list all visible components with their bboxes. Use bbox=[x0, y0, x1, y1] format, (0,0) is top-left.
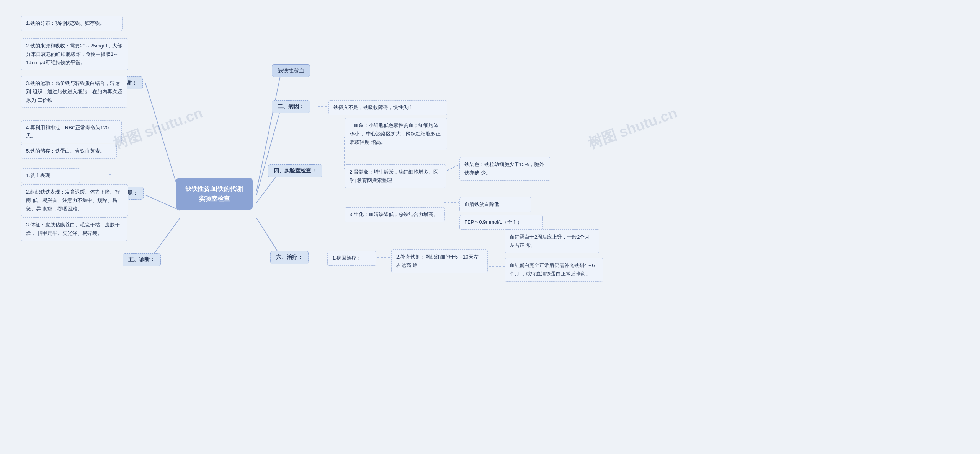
leaf-fep: FEP＞0.9mmol/L（全血） bbox=[459, 215, 543, 230]
leaf-iron-storage: 5.铁的储存：铁蛋白、含铁血黄素。 bbox=[21, 144, 117, 159]
svg-line-21 bbox=[444, 164, 459, 172]
branch-lab: 四、实验室检查： bbox=[268, 164, 322, 177]
leaf-iron-source: 2.铁的来源和吸收：需要20～25mg/d，大部 分来自衰老的红细胞破坏，食物中… bbox=[21, 38, 128, 70]
branch-etiology: 二、病因： bbox=[272, 100, 310, 113]
leaf-iron-reuse: 4.再利用和排泄：RBC正常寿命为120天。 bbox=[21, 120, 122, 143]
leaf-iron-transport: 3.铁的运输：高价铁与转铁蛋白结合，转运到 组织，通过胞饮进入细胞，在胞内再次还… bbox=[21, 76, 127, 108]
watermark-2: 树图 shutu.cn bbox=[585, 103, 680, 154]
leaf-blood-picture: 1.血象：小细胞低色素性贫血；红细胞体积小 、中心淡染区扩大，网织红细胞多正常或… bbox=[345, 118, 447, 150]
leaf-anemia-manifestation: 1.贫血表现 bbox=[21, 168, 80, 183]
leaf-iron-supplement: 2.补充铁剂：网织红细胞于5～10天左右达高 峰 bbox=[391, 249, 488, 273]
leaf-hb-2weeks: 血红蛋白于2周后应上升，一般2个月左右正 常。 bbox=[505, 229, 599, 253]
central-node: 缺铁性贫血|铁的代谢|实验室检查 bbox=[176, 178, 253, 210]
leaf-iron-staining: 铁染色：铁粒幼细胞少于15%，胞外铁亦缺 少。 bbox=[459, 157, 550, 181]
mind-map: 树图 shutu.cn 树图 shutu.cn 缺铁性贫血|铁的代谢|实验室检查… bbox=[0, 0, 980, 454]
branch-diagnosis: 五、诊断： bbox=[122, 253, 161, 266]
leaf-serum-ferritin: 血清铁蛋白降低 bbox=[459, 197, 531, 212]
svg-line-7 bbox=[145, 195, 180, 210]
svg-line-0 bbox=[145, 83, 180, 195]
watermark-1: 树图 shutu.cn bbox=[111, 103, 206, 154]
branch-treatment: 六、治疗： bbox=[270, 251, 309, 264]
leaf-etiology-treatment: 1.病因治疗： bbox=[327, 251, 376, 266]
node-ifa-title: 缺铁性贫血 bbox=[272, 64, 310, 77]
leaf-biochemistry: 3.生化：血清铁降低，总铁结合力增高。 bbox=[345, 207, 445, 222]
svg-line-14 bbox=[256, 106, 281, 195]
leaf-etiology-inline: 铁摄入不足，铁吸收障碍，慢性失血 bbox=[328, 100, 447, 115]
leaf-hb-normal: 血红蛋白完全正常后仍需补充铁剂4～6个月 ，或待血清铁蛋白正常后停药。 bbox=[505, 258, 603, 282]
leaf-tissue-iron-deficiency: 2.组织缺铁表现：发育迟缓、体力下降、智商 低、易兴奋、注意力不集中、烦躁、易怒… bbox=[21, 184, 128, 216]
leaf-iron-distribution: 1.铁的分布：功能状态铁、贮存铁。 bbox=[21, 16, 122, 31]
leaf-bone-marrow: 2.骨髓象：增生活跃，幼红细胞增多。医学| 教育网搜索整理 bbox=[345, 164, 446, 188]
leaf-physical-signs: 3.体征：皮肤粘膜苍白、毛发干枯、皮肤干燥 、指甲扁平、失光泽、易碎裂。 bbox=[21, 217, 127, 241]
